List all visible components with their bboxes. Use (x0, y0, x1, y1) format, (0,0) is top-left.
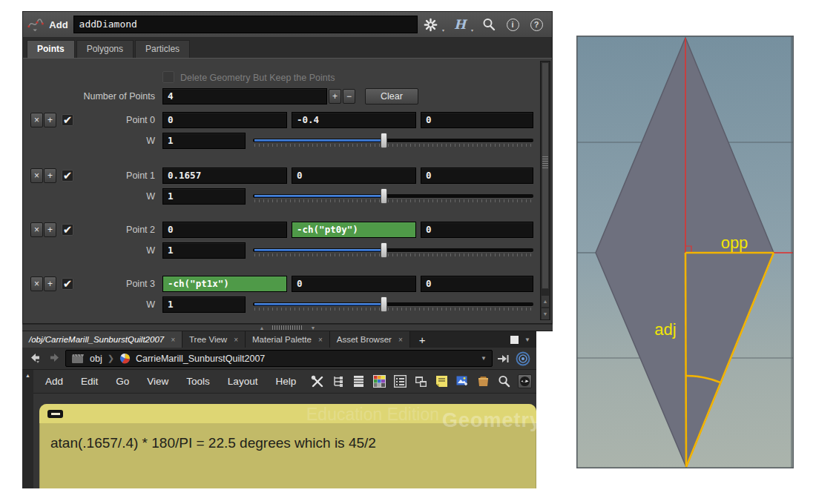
follow-focus-icon[interactable] (516, 351, 530, 366)
tools-wrench-icon[interactable] (310, 374, 324, 388)
point2-w-slider[interactable] (253, 242, 533, 259)
logo-caret-icon: ▾ (471, 27, 473, 33)
parameter-scrollbar[interactable]: ▲ ▼ (540, 61, 550, 320)
point3-y-input[interactable]: 0 (292, 276, 416, 292)
close-icon[interactable]: × (398, 336, 403, 344)
search-icon[interactable] (497, 374, 511, 388)
network-editor[interactable]: atan(.1657/.4) * 180/PI = 22.5 degrees w… (22, 394, 536, 488)
tab-polygons[interactable]: Polygons (76, 40, 134, 58)
search-icon[interactable] (481, 16, 497, 33)
pane-tab-asset-browser[interactable]: Asset Browser × (330, 331, 410, 348)
layout-windows-icon[interactable] (414, 374, 428, 388)
point2-x-input[interactable]: 0 (162, 222, 287, 238)
path-node-name[interactable]: CarrieMarill_SunburstQuilt2007 (136, 354, 265, 364)
palette-icon[interactable] (372, 374, 386, 388)
vertical-scroll-sliver[interactable]: ▲ (22, 370, 33, 488)
image-view-icon[interactable] (455, 374, 470, 388)
houdini-logo-icon[interactable]: H (452, 16, 468, 33)
pane-splitter[interactable]: ▲ ▼ (22, 324, 553, 331)
slider-handle[interactable] (381, 188, 387, 204)
pane-tab-material-palette[interactable]: Material Palette × (246, 331, 330, 348)
scene-viewport[interactable]: opp adj (576, 36, 794, 468)
add-node-icon[interactable] (27, 17, 44, 32)
point0-w-slider[interactable] (253, 133, 533, 149)
point0-x-input[interactable]: 0 (162, 112, 287, 128)
menu-tools[interactable]: Tools (178, 376, 218, 387)
point1-z-input[interactable]: 0 (421, 168, 533, 184)
info-icon[interactable]: i (507, 19, 519, 31)
point3-w-slider[interactable] (253, 296, 533, 313)
clear-button[interactable]: Clear (365, 88, 418, 105)
tab-points[interactable]: Points (27, 40, 75, 58)
menu-view[interactable]: View (139, 376, 177, 387)
visibility-eye-icon[interactable] (518, 374, 532, 388)
scrollbar-thumb[interactable] (542, 62, 549, 289)
network-pane: /obj/CarrieMarill_SunburstQuilt2007 × Tr… (22, 331, 536, 488)
splitter-up-icon[interactable]: ▲ (260, 325, 265, 331)
point1-y-input[interactable]: 0 (292, 168, 416, 184)
parameter-body: Delete Geometry But Keep the Points Numb… (23, 59, 552, 323)
path-field[interactable]: obj ❯ CarrieMarill_SunburstQuilt2007 ▼ (65, 350, 493, 367)
tab-particles[interactable]: Particles (135, 40, 190, 58)
point3-w-input[interactable]: 1 (162, 296, 246, 313)
point1-w-input[interactable]: 1 (162, 188, 246, 205)
menu-layout[interactable]: Layout (220, 376, 266, 387)
point0-y-input[interactable]: -0.4 (292, 112, 416, 128)
pane-tab-network[interactable]: /obj/CarrieMarill_SunburstQuilt2007 × (22, 331, 182, 348)
number-of-points-input[interactable]: 4 (162, 88, 327, 105)
new-tab-button[interactable]: + (410, 331, 435, 348)
help-icon[interactable]: ? (530, 19, 543, 31)
slider-handle[interactable] (381, 133, 387, 148)
menu-edit[interactable]: Edit (73, 376, 106, 387)
take-list-icon[interactable] (476, 374, 490, 388)
sticky-collapse-button[interactable] (47, 410, 63, 418)
parameter-folder-tabs: Points Polygons Particles (23, 38, 552, 59)
path-root[interactable]: obj (90, 354, 102, 364)
sticky-note-text: atan(.1657/.4) * 180/PI = 22.5 degrees w… (50, 435, 376, 451)
sticky-note-icon[interactable] (435, 374, 449, 388)
point2-z-input[interactable]: 0 (421, 222, 533, 238)
delete-geometry-checkbox[interactable] (162, 71, 174, 83)
increment-button[interactable]: + (329, 89, 341, 104)
menu-add[interactable]: Add (37, 376, 71, 387)
close-icon[interactable]: × (318, 336, 323, 344)
menu-go[interactable]: Go (108, 376, 137, 387)
decrement-button[interactable]: − (343, 89, 355, 104)
point3-x-input-expression[interactable]: -ch("pt1x") (162, 276, 287, 292)
point0-w-input[interactable]: 1 (162, 133, 246, 149)
network-menubar: Add Edit Go View Tools Layout Help (22, 370, 536, 394)
point2-w-label: W (23, 245, 155, 256)
point1-x-input[interactable]: 0.1657 (162, 168, 287, 184)
point0-w-label: W (23, 136, 155, 146)
tree-view-icon[interactable] (331, 374, 345, 388)
splitter-grip[interactable] (272, 325, 303, 330)
point2-w-input[interactable]: 1 (162, 242, 246, 259)
node-name-input[interactable]: addDiamond (73, 16, 418, 33)
point1-w-label: W (23, 191, 155, 202)
scroll-up-arrow[interactable]: ▲ (542, 296, 549, 307)
slider-handle[interactable] (381, 296, 387, 312)
details-view-icon[interactable] (393, 374, 407, 388)
pane-maximize-icon[interactable] (510, 336, 519, 344)
point2-y-input-expression[interactable]: -ch("pt0y") (292, 222, 416, 238)
pin-icon[interactable] (498, 354, 510, 363)
path-dropdown-icon[interactable]: ▼ (481, 355, 487, 362)
splitter-down-icon[interactable]: ▼ (311, 325, 316, 331)
close-icon[interactable]: × (171, 336, 175, 344)
list-view-icon[interactable] (352, 374, 366, 388)
back-arrow-icon[interactable] (30, 353, 42, 364)
menu-help[interactable]: Help (267, 376, 304, 387)
point1-w-slider[interactable] (253, 188, 533, 205)
sliver-up-arrow-icon[interactable]: ▲ (25, 373, 30, 378)
point3-z-input[interactable]: 0 (421, 276, 533, 292)
geometry-pane-watermark: Geometry (442, 409, 536, 432)
pane-menu-caret-icon[interactable]: ▼ (524, 336, 530, 343)
point0-z-input[interactable]: 0 (421, 112, 533, 128)
gear-icon[interactable] (423, 16, 439, 33)
pane-tab-tree-view[interactable]: Tree View × (182, 331, 246, 348)
scroll-down-arrow[interactable]: ▼ (542, 308, 549, 319)
parameter-pane: Add addDiamond ▾ H ▾ i ? (22, 11, 553, 324)
forward-arrow-icon[interactable] (47, 353, 60, 364)
close-icon[interactable]: × (234, 336, 238, 344)
slider-handle[interactable] (381, 242, 387, 258)
